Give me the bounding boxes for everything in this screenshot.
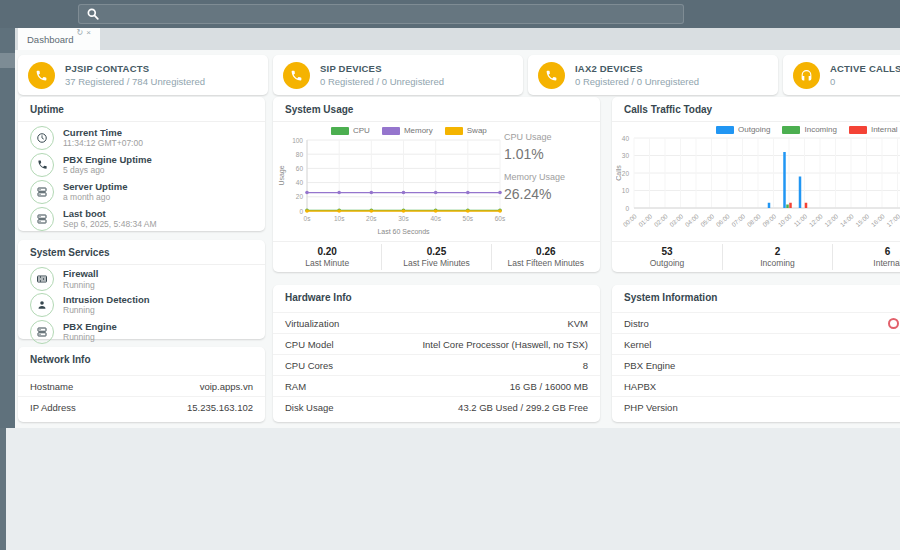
svg-text:20: 20 — [622, 170, 630, 177]
headset-icon — [793, 62, 820, 89]
card-title: Network Info — [18, 347, 265, 371]
row-label: Virtualization — [285, 318, 339, 329]
stat-subtitle: 37 Registered / 784 Unregistered — [65, 76, 205, 87]
stat-card-active-calls: ACTIVE CALLS 0 — [783, 55, 900, 95]
total-value: 2 — [723, 246, 832, 257]
item-subtitle: a month ago — [63, 192, 127, 202]
legend-item[interactable]: Swap — [445, 126, 487, 135]
svg-text:Usage: Usage — [278, 165, 286, 185]
calls-traffic-chart: OutgoingIncomingInternalTransit 01020304… — [612, 122, 900, 241]
legend-label: Memory — [404, 126, 433, 135]
load-average-item: 0.25 Last Five Minutes — [381, 244, 490, 270]
calls-traffic-card: Calls Traffic Today OutgoingIncomingInte… — [612, 97, 900, 272]
table-row: Kernel — [612, 334, 900, 355]
table-row: Disk Usage 43.2 GB Used / 299.2 GB Free — [273, 397, 600, 418]
server-icon — [30, 207, 54, 231]
row-label: CPU Model — [285, 339, 334, 350]
calls-totals: 53 Outgoing 2 Incoming 6 Internal — [612, 241, 900, 272]
chart-legend: OutgoingIncomingInternalTransit — [716, 125, 900, 134]
item-title: PBX Engine — [63, 321, 117, 332]
phone-icon — [538, 62, 565, 89]
svg-text:11:00: 11:00 — [792, 212, 808, 228]
stat-title: ACTIVE CALLS — [830, 63, 900, 74]
firewall-icon — [30, 267, 54, 291]
svg-text:10s: 10s — [334, 215, 345, 222]
system-services-card: System Services Firewall Running Intrusi… — [18, 240, 265, 339]
svg-text:0: 0 — [299, 208, 303, 215]
server-icon — [30, 180, 54, 204]
list-item: Current Time 11:34:12 GMT+07:00 — [18, 124, 265, 151]
close-icon[interactable]: × — [86, 29, 91, 37]
stat-card-iax2-devices: IAX2 DEVICES 0 Registered / 0 Unregister… — [528, 55, 778, 95]
table-row: Virtualization KVM — [273, 313, 600, 334]
card-title: Calls Traffic Today — [612, 97, 900, 122]
stat-title: SIP DEVICES — [320, 63, 444, 74]
search-box[interactable] — [78, 4, 684, 24]
table-row: IP Address 15.235.163.102 — [18, 397, 265, 418]
legend-item[interactable]: Internal — [849, 125, 898, 134]
usage-line-chart: 0204060801000s10s20s30s40s50s60sLast 60 … — [275, 137, 515, 241]
legend-item[interactable]: Incoming — [782, 125, 836, 134]
svg-text:15:00: 15:00 — [854, 212, 871, 228]
list-item: Intrusion Detection Running — [18, 291, 265, 318]
legend-label: Internal — [871, 125, 898, 134]
row-label: Distro — [624, 318, 649, 329]
total-label: Internal — [833, 258, 900, 268]
legend-swatch — [716, 126, 734, 134]
svg-text:60s: 60s — [495, 215, 506, 222]
svg-text:04:00: 04:00 — [683, 212, 700, 228]
row-label: Hostname — [30, 381, 73, 392]
legend-swatch — [331, 127, 349, 135]
search-input[interactable] — [106, 7, 675, 21]
stat-card-sip-devices: SIP DEVICES 0 Registered / 0 Unregistere… — [273, 55, 523, 95]
tab-dashboard[interactable]: Dashboard ↻ × — [18, 28, 100, 50]
svg-text:02:00: 02:00 — [652, 212, 669, 228]
refresh-icon[interactable]: ↻ — [76, 29, 83, 37]
card-title: System Services — [18, 240, 265, 265]
item-subtitle: 5 days ago — [63, 165, 152, 175]
row-value: Intel Core Processor (Haswell, no TSX) — [422, 339, 588, 350]
load-average-item: 0.20 Last Minute — [273, 244, 381, 270]
item-title: Intrusion Detection — [63, 294, 150, 305]
cpu-usage-label: CPU Usage — [504, 132, 592, 142]
legend-swatch — [849, 126, 867, 134]
item-subtitle: Sep 6, 2025, 5:48:34 AM — [63, 219, 157, 229]
row-value: 16 GB / 16000 MB — [510, 381, 588, 392]
table-row: Hostname voip.apps.vn — [18, 376, 265, 397]
load-label: Last Five Minutes — [382, 258, 490, 268]
row-label: PHP Version — [624, 402, 678, 413]
item-subtitle: Running — [63, 280, 98, 290]
legend-item[interactable]: Outgoing — [716, 125, 770, 134]
row-value: KVM — [567, 318, 588, 329]
row-value: 8 — [583, 360, 588, 371]
stat-cards-row: PJSIP CONTACTS 37 Registered / 784 Unreg… — [18, 55, 900, 95]
svg-text:40s: 40s — [430, 215, 441, 222]
row-label: PBX Engine — [624, 360, 675, 371]
legend-swatch — [382, 127, 400, 135]
total-value: 53 — [612, 246, 722, 257]
sidebar-active-item[interactable] — [0, 53, 15, 68]
sidebar-strip-upper[interactable] — [0, 28, 15, 428]
card-title: System Usage — [273, 97, 600, 122]
load-label: Last Minute — [273, 258, 381, 268]
row-value: 15.235.163.102 — [187, 402, 253, 413]
calls-bar-chart: 01020304000:0001:0002:0003:0004:0005:000… — [616, 136, 900, 242]
table-row: Distro — [612, 313, 900, 334]
legend-item[interactable]: CPU — [331, 126, 370, 135]
distro-logo-icon — [888, 318, 899, 329]
table-row: CPU Cores 8 — [273, 355, 600, 376]
svg-text:01:00: 01:00 — [637, 212, 654, 228]
svg-text:100: 100 — [292, 137, 303, 144]
item-subtitle: 11:34:12 GMT+07:00 — [63, 138, 143, 148]
svg-text:05:00: 05:00 — [699, 212, 716, 228]
svg-text:20s: 20s — [366, 215, 377, 222]
legend-item[interactable]: Memory — [382, 126, 433, 135]
svg-text:00:00: 00:00 — [621, 212, 638, 228]
stat-subtitle: 0 — [830, 76, 900, 87]
svg-text:14:00: 14:00 — [838, 212, 855, 228]
item-title: Firewall — [63, 268, 98, 279]
svg-text:80: 80 — [296, 151, 304, 158]
system-information-card: System Information Distro Kernel PBX Eng… — [612, 285, 900, 422]
phone-icon — [28, 62, 55, 89]
user-shield-icon — [30, 293, 54, 317]
